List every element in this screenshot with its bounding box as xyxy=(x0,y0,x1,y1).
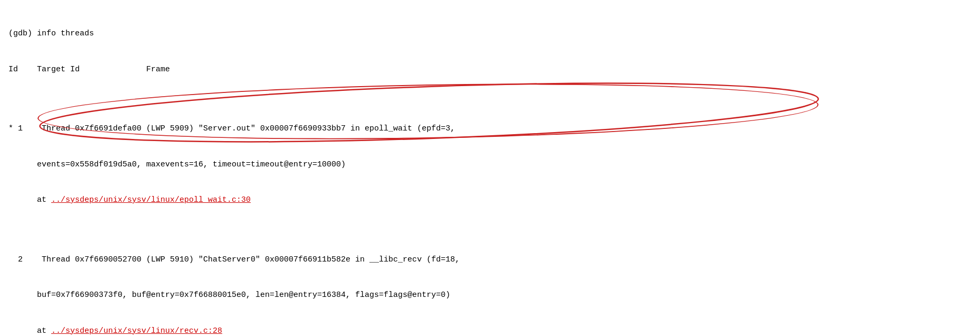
thread-1-line1: * 1 Thread 0x7f6691defa00 (LWP 5909) "Se… xyxy=(8,123,972,135)
thread-2-source: ../sysdeps/unix/sysv/linux/recv.c:28 xyxy=(51,326,222,335)
svg-point-0 xyxy=(39,73,820,152)
thread-2-annotation xyxy=(37,78,819,145)
thread-1-source: ../sysdeps/unix/sysv/linux/epoll_wait.c:… xyxy=(51,195,251,204)
terminal-output: (gdb) info threads Id Target Id Frame * … xyxy=(8,4,972,336)
thread-2-line1: 2 Thread 0x7f6690052700 (LWP 5910) "Chat… xyxy=(8,254,972,266)
thread-1-line3: at ../sysdeps/unix/sysv/linux/epoll_wait… xyxy=(8,194,972,207)
thread-2-line3: at ../sysdeps/unix/sysv/linux/recv.c:28 xyxy=(8,325,972,337)
thread-1-line2: events=0x558df019d5a0, maxevents=16, tim… xyxy=(8,159,972,171)
prompt-line: (gdb) info threads xyxy=(8,28,972,40)
header-line: Id Target Id Frame xyxy=(8,64,972,76)
thread-2-line2: buf=0x7f66900373f0, buf@entry=0x7f668800… xyxy=(8,290,972,302)
